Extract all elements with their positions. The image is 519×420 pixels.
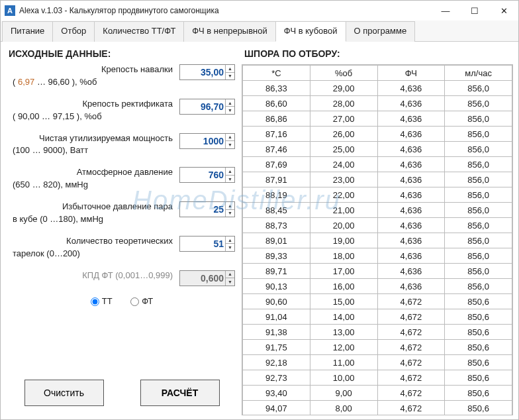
input-1[interactable]: 96,70▲▼ [179,99,235,115]
col-header: %об [310,66,377,81]
maximize-button[interactable]: ☐ [460,1,489,20]
input-4[interactable]: 25▲▼ [179,201,235,217]
table-row: 86,8627,004,636856,0 [243,111,512,127]
table-row: 86,3329,004,636856,0 [243,81,512,96]
tab-3[interactable]: ФЧ в непрерывной [183,21,275,42]
minimize-button[interactable]: — [431,1,460,20]
tab-1[interactable]: Отбор [52,21,95,42]
input-0[interactable]: 35,00▲▼ [179,64,235,80]
input-2[interactable]: 1000▲▼ [179,133,235,149]
table-row: 89,3318,004,636856,0 [243,248,512,264]
table-row: 89,7117,004,636856,0 [243,264,512,279]
table-row: 87,4625,004,636856,0 [243,142,512,157]
radio-row: ТТ ФТ [6,296,238,306]
field-2: Чистая утилизируемая мощность(100 … 9000… [6,133,238,157]
field-5: Количество теоретическихтарелок (0…200)5… [6,236,238,260]
field-4: Избыточное давление парав кубе (0 …180),… [6,201,238,225]
table-row: 87,9123,004,636856,0 [243,172,512,187]
field-0: Крепость навалки( 6,97 … 96,60 ), %об35,… [6,64,238,88]
window-title: Alexa v.1.03 - Калькулятор продвинутого … [19,6,431,15]
col-header: мл/час [445,66,512,81]
tab-bar: ПитаниеОтборКоличество ТТ/ФТФЧ в непреры… [1,21,518,42]
table-row: 86,6028,004,636856,0 [243,96,512,111]
field-3: Атмосферное давление(650 … 820), ммHg760… [6,167,238,191]
table-row: 91,3813,004,672850,6 [243,325,512,340]
output-table: *С%обФЧмл/час 86,3329,004,636856,086,602… [242,65,512,415]
table-row: 91,0414,004,672850,6 [243,309,512,325]
input-6: 0,600▲▼ [179,270,235,286]
table-row: 87,6924,004,636856,0 [243,157,512,172]
table-row: 92,7310,004,672850,6 [243,370,512,386]
table-row: 93,409,004,672850,6 [243,386,512,401]
table-row: 88,4521,004,636856,0 [243,203,512,218]
radio-tt[interactable]: ТТ [91,296,113,306]
app-icon: A [5,5,15,16]
tab-4[interactable]: ФЧ в кубовой [275,21,346,42]
titlebar: A Alexa v.1.03 - Калькулятор продвинутог… [1,1,518,21]
left-header: ИСХОДНЫЕ ДАННЫЕ: [6,47,238,64]
table-row: 88,7320,004,636856,0 [243,218,512,233]
table-row: 89,0119,004,636856,0 [243,233,512,248]
calc-button[interactable]: РАСЧЁТ [140,380,220,406]
field-6: КПД ФТ (0,001…0,999)0,600▲▼ [6,270,238,282]
col-header: *С [243,66,310,81]
close-button[interactable]: ✕ [489,1,518,20]
tab-2[interactable]: Количество ТТ/ФТ [94,21,184,42]
input-3[interactable]: 760▲▼ [179,167,235,183]
table-row: 87,1626,004,636856,0 [243,127,512,142]
table-scroll[interactable]: *С%обФЧмл/час 86,3329,004,636856,086,602… [242,64,513,415]
radio-ft[interactable]: ФТ [130,296,153,306]
input-panel: ИСХОДНЫЕ ДАННЫЕ: Крепость навалки( 6,97 … [6,47,242,415]
field-1: Крепость ректификата( 90,00 … 97,15 ), %… [6,99,238,123]
table-row: 91,7512,004,672850,6 [243,340,512,355]
table-row: 94,078,004,672850,6 [243,401,512,416]
clear-button[interactable]: Очистить [24,380,104,406]
output-panel: ШПОРА ПО ОТБОРУ: *С%обФЧмл/час 86,3329,0… [242,47,513,415]
tab-0[interactable]: Питание [2,21,53,42]
table-row: 92,1811,004,672850,6 [243,355,512,370]
table-row: 88,1922,004,636856,0 [243,187,512,203]
tab-5[interactable]: О программе [346,21,416,42]
input-5[interactable]: 51▲▼ [179,236,235,252]
right-header: ШПОРА ПО ОТБОРУ: [242,47,513,64]
col-header: ФЧ [377,66,445,81]
table-row: 90,6015,004,672850,6 [243,294,512,309]
table-row: 90,1316,004,636856,0 [243,279,512,294]
